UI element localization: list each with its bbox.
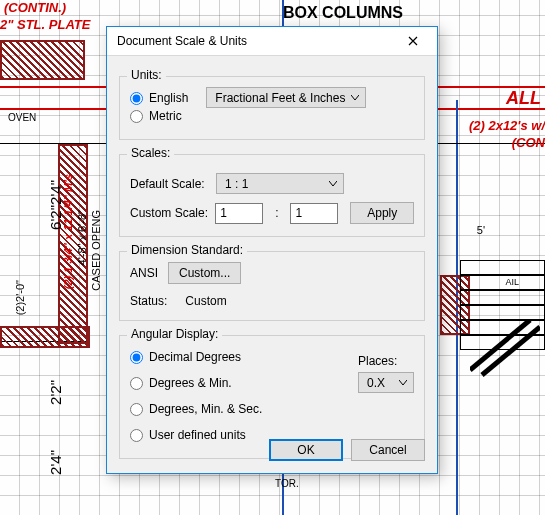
bg-contin: (CONTIN.) [4,0,66,15]
scales-legend: Scales: [127,146,174,160]
angular-dm-label: Degrees & Min. [149,376,232,390]
units-legend: Units: [127,68,166,82]
angular-decimal-label: Decimal Degrees [149,350,241,364]
ok-button[interactable]: OK [269,439,343,461]
bg-rough: (2) 1 3/4" x 11 1/4" M's [62,174,74,289]
bg-48: 4'-8" x 6'-8" [76,210,88,265]
bg-oven: OVEN [8,112,36,123]
dialog-title: Document Scale & Units [117,34,393,48]
angular-dms-radio[interactable] [130,403,143,416]
custom-scale-b-input[interactable] [290,203,338,224]
angular-decimal-radio[interactable] [130,351,143,364]
places-value: 0.X [367,376,385,390]
chevron-down-icon [351,95,359,101]
titlebar[interactable]: Document Scale & Units [107,27,437,56]
units-metric-row[interactable]: Metric [130,109,188,123]
dimstd-status-value: Custom [185,294,226,308]
places-label: Places: [358,354,414,368]
angular-user-label: User defined units [149,428,246,442]
custom-scale-colon: : [269,206,284,220]
bg-220: (2)2'-0" [14,280,26,315]
custom-scale-label: Custom Scale: [130,206,209,220]
custom-scale-a-input[interactable] [215,203,263,224]
dimstd-status-label: Status: [130,294,167,308]
bg-24b: 2'4" [47,450,64,475]
default-scale-combo[interactable]: 1 : 1 [216,173,344,194]
angular-legend: Angular Display: [127,327,222,341]
apply-button[interactable]: Apply [350,202,414,224]
bg-con: (CON [512,135,545,150]
chevron-down-icon [329,181,337,187]
angular-dms-label: Degrees, Min. & Sec. [149,402,262,416]
dimstd-ansi-label: ANSI [130,266,158,280]
bg-ail: AIL [505,277,519,287]
bg-5ft: 5' [477,224,485,236]
units-english-label: English [149,91,188,105]
bg-2x12: (2) 2x12's w/ [469,118,545,133]
default-scale-label: Default Scale: [130,177,210,191]
angular-dms-row[interactable]: Degrees, Min. & Sec. [130,402,414,416]
bg-tor: TOR. [275,478,299,489]
chevron-down-icon [399,380,407,386]
bg-stl-plate: 2" STL. PLATE [0,17,90,32]
close-button[interactable] [393,29,433,53]
units-format-value: Fractional Feet & Inches [215,91,345,105]
bg-all: ALL [506,88,541,109]
angular-user-radio[interactable] [130,429,143,442]
dimension-standard-group: Dimension Standard: ANSI Custom... Statu… [119,251,425,321]
units-metric-radio[interactable] [130,110,143,123]
dimstd-custom-button[interactable]: Custom... [168,262,241,284]
units-english-radio[interactable] [130,92,143,105]
bg-box-columns: BOX COLUMNS [283,4,403,22]
places-combo[interactable]: 0.X [358,372,414,393]
scales-group: Scales: Default Scale: 1 : 1 Custom Scal… [119,154,425,237]
units-group: Units: English Metric Fractional Feet & … [119,76,425,140]
units-metric-label: Metric [149,109,182,123]
bg-cased: CASED OPENG [90,210,102,291]
default-scale-value: 1 : 1 [225,177,248,191]
dimstd-legend: Dimension Standard: [127,243,247,257]
cancel-button[interactable]: Cancel [351,439,425,461]
angular-dm-radio[interactable] [130,377,143,390]
close-icon [408,36,418,46]
bg-22: 2'2" [47,380,64,405]
units-english-row[interactable]: English [130,91,188,105]
units-format-combo[interactable]: Fractional Feet & Inches [206,87,366,108]
document-scale-units-dialog: Document Scale & Units Units: English Me… [106,26,438,474]
